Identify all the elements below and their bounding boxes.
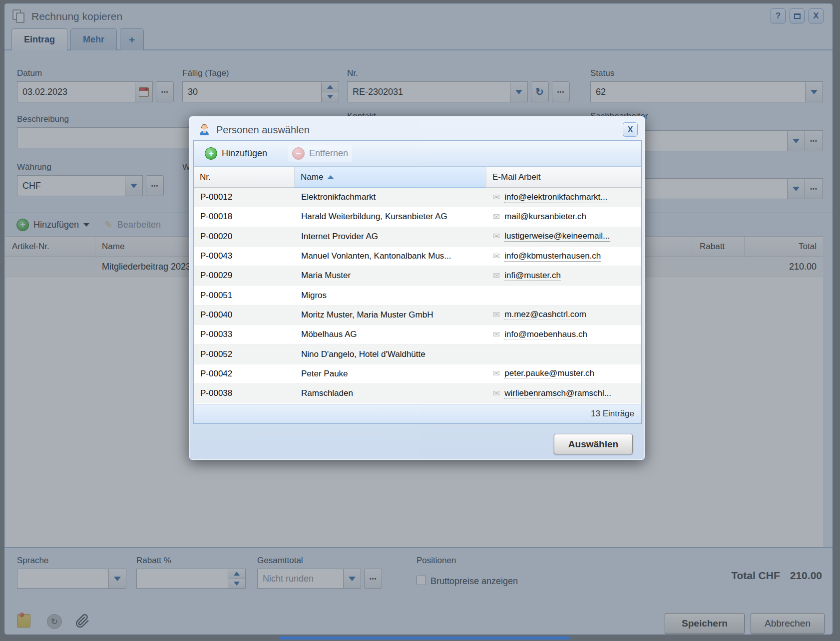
- person-row[interactable]: P-00040 Moritz Muster, Maria Muster GmbH…: [194, 306, 641, 325]
- mail-icon: ✉: [493, 231, 500, 242]
- modal-close-button[interactable]: X: [623, 122, 638, 137]
- person-email-link[interactable]: m.mez@cashctrl.com: [504, 310, 586, 320]
- person-email-link[interactable]: wirliebenramsch@ramschl...: [504, 388, 611, 399]
- person-nr: P-00051: [194, 286, 295, 305]
- mail-icon: ✉: [493, 212, 500, 222]
- modal-title: Personen auswählen: [216, 124, 310, 136]
- person-email-link[interactable]: infi@muster.ch: [504, 271, 561, 281]
- person-nr: P-00052: [194, 344, 295, 363]
- person-email-cell: ✉: [486, 286, 641, 305]
- person-email-link[interactable]: mail@kursanbieter.ch: [504, 212, 586, 222]
- person-nr: P-00029: [194, 266, 295, 285]
- person-row[interactable]: P-00018 Harald Weiterbildung, Kursanbiet…: [194, 207, 641, 227]
- remove-minus-icon: −: [292, 147, 305, 160]
- person-name: Nino D'angelo, Hotel d'Waldhütte: [295, 344, 486, 363]
- add-plus-icon: +: [205, 147, 217, 160]
- person-row[interactable]: P-00042 Peter Pauke ✉ peter.pauke@muster…: [194, 364, 641, 384]
- person-email-link[interactable]: info@kbmusterhausen.ch: [504, 251, 601, 262]
- person-row[interactable]: P-00043 Manuel Vonlanten, Kantonalbank M…: [194, 247, 641, 266]
- person-email-cell: ✉: [486, 344, 641, 363]
- column-email[interactable]: E-Mail Arbeit: [486, 167, 641, 187]
- person-row[interactable]: P-00012 Elektronikfachmarkt ✉ info@elekt…: [194, 188, 641, 207]
- person-row[interactable]: P-00029 Maria Muster ✉ infi@muster.ch: [194, 266, 641, 286]
- mail-icon: ✉: [493, 310, 500, 320]
- person-name: Ramschladen: [295, 384, 486, 403]
- person-name: Möbelhaus AG: [295, 325, 486, 344]
- column-name-label: Name: [301, 172, 323, 182]
- person-nr: P-00033: [194, 325, 295, 344]
- person-nr: P-00018: [194, 207, 295, 226]
- person-email-cell: ✉ m.mez@cashctrl.com: [486, 306, 641, 324]
- person-nr: P-00038: [194, 384, 295, 403]
- person-email-link[interactable]: info@elektronikfachmarkt...: [504, 192, 607, 203]
- person-name: Elektronikfachmarkt: [295, 188, 486, 207]
- person-rows: P-00012 Elektronikfachmarkt ✉ info@elekt…: [194, 188, 641, 404]
- person-nr: P-00020: [194, 227, 295, 246]
- entry-count: 13 Einträge: [591, 409, 634, 419]
- person-email-cell: ✉ info@elektronikfachmarkt...: [486, 188, 641, 207]
- person-email-cell: ✉ wirliebenramsch@ramschl...: [486, 384, 641, 403]
- column-nr[interactable]: Nr.: [194, 167, 295, 187]
- person-row[interactable]: P-00052 Nino D'angelo, Hotel d'Waldhütte…: [194, 344, 641, 364]
- mail-icon: ✉: [493, 271, 500, 281]
- person-email-link[interactable]: info@moebenhaus.ch: [504, 329, 587, 340]
- mail-icon: ✉: [493, 368, 500, 379]
- person-name: Moritz Muster, Maria Muster GmbH: [295, 306, 486, 324]
- person-name: Harald Weiterbildung, Kursanbieter AG: [295, 207, 486, 226]
- modal-add-button[interactable]: + Hinzufügen: [201, 145, 271, 162]
- modal-remove-button[interactable]: − Entfernen: [288, 145, 352, 162]
- mail-icon: ✉: [493, 251, 500, 262]
- person-email-cell: ✉ info@moebenhaus.ch: [486, 325, 641, 344]
- person-email-cell: ✉ lustigerweise@keineemail...: [486, 227, 641, 246]
- person-email-cell: ✉ info@kbmusterhausen.ch: [486, 247, 641, 266]
- mail-icon: ✉: [493, 192, 500, 203]
- modal-remove-label: Entfernen: [309, 148, 348, 159]
- person-email-cell: ✉ infi@muster.ch: [486, 266, 641, 285]
- person-name: Maria Muster: [295, 266, 486, 285]
- bottom-accent-bar: [279, 637, 570, 640]
- modal-toolbar: + Hinzufügen − Entfernen: [194, 141, 641, 167]
- person-nr: P-00042: [194, 364, 295, 383]
- person-grid-panel: + Hinzufügen − Entfernen Nr. Name E-Mail…: [193, 140, 642, 424]
- select-button[interactable]: Auswählen: [554, 434, 633, 454]
- person-email-cell: ✉ mail@kursanbieter.ch: [486, 207, 641, 226]
- person-email-link[interactable]: peter.pauke@muster.ch: [504, 368, 594, 379]
- person-email-link[interactable]: lustigerweise@keineemail...: [504, 231, 610, 242]
- person-row[interactable]: P-00038 Ramschladen ✉ wirliebenramsch@ra…: [194, 384, 641, 403]
- sort-ascending-icon: [327, 175, 334, 179]
- person-name: Manuel Vonlanten, Kantonalbank Mus...: [295, 247, 486, 266]
- mail-icon: ✉: [493, 329, 500, 340]
- person-icon: [197, 122, 211, 138]
- person-row[interactable]: P-00033 Möbelhaus AG ✉ info@moebenhaus.c…: [194, 325, 641, 344]
- entry-count-bar: 13 Einträge: [194, 404, 641, 423]
- person-email-cell: ✉ peter.pauke@muster.ch: [486, 364, 641, 383]
- person-nr: P-00040: [194, 306, 295, 324]
- person-row[interactable]: P-00020 Internet Provider AG ✉ lustigerw…: [194, 227, 641, 247]
- person-name: Peter Pauke: [295, 364, 486, 383]
- person-name: Internet Provider AG: [295, 227, 486, 246]
- person-nr: P-00043: [194, 247, 295, 266]
- desktop: Rechnung kopieren ? X Eintrag Mehr + Dat…: [0, 0, 840, 641]
- column-name-sorted[interactable]: Name: [295, 167, 486, 188]
- person-picker-dialog: Personen auswählen X + Hinzufügen − Entf…: [189, 116, 645, 460]
- person-name: Migros: [295, 286, 486, 305]
- modal-add-label: Hinzufügen: [222, 148, 267, 159]
- person-nr: P-00012: [194, 188, 295, 207]
- person-row[interactable]: P-00051 Migros ✉: [194, 286, 641, 305]
- mail-icon: ✉: [493, 388, 500, 399]
- person-table-header: Nr. Name E-Mail Arbeit: [194, 167, 641, 188]
